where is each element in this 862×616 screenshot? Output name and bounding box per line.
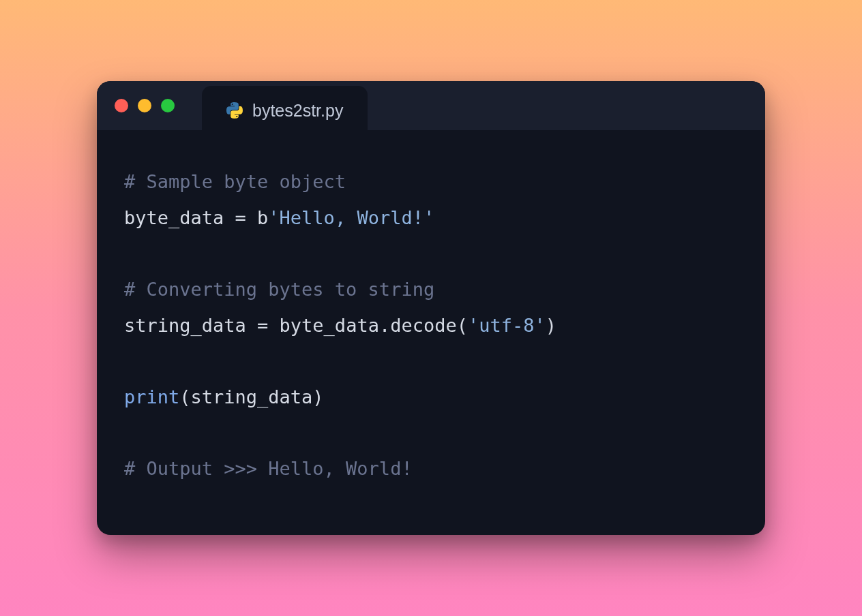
code-operator: = — [235, 207, 258, 228]
code-punct: ( — [179, 386, 190, 407]
titlebar: bytes2str.py — [97, 81, 765, 130]
maximize-icon[interactable] — [161, 99, 175, 112]
code-punct: ) — [546, 315, 556, 336]
code-variable: string_data — [124, 315, 257, 336]
code-bytes-prefix: b — [257, 207, 268, 228]
tab-file[interactable]: bytes2str.py — [202, 86, 368, 135]
minimize-icon[interactable] — [138, 99, 151, 112]
code-variable: byte_data — [124, 207, 235, 228]
code-variable: string_data — [191, 386, 313, 407]
code-comment: # Output >>> Hello, World! — [124, 458, 413, 479]
python-icon — [226, 102, 243, 119]
traffic-lights — [115, 99, 175, 112]
code-operator: = — [257, 315, 280, 336]
close-icon[interactable] — [115, 99, 128, 112]
code-comment: # Sample byte object — [124, 171, 346, 192]
code-expression: byte_data.decode( — [280, 315, 468, 336]
code-area[interactable]: # Sample byte object byte_data = b'Hello… — [97, 130, 765, 535]
tab-filename: bytes2str.py — [252, 101, 343, 121]
code-string: 'utf-8' — [468, 315, 546, 336]
code-builtin: print — [124, 386, 179, 407]
code-window: bytes2str.py # Sample byte object byte_d… — [97, 81, 765, 535]
code-comment: # Converting bytes to string — [124, 279, 434, 300]
code-punct: ) — [312, 386, 323, 407]
code-string: 'Hello, World!' — [268, 207, 434, 228]
